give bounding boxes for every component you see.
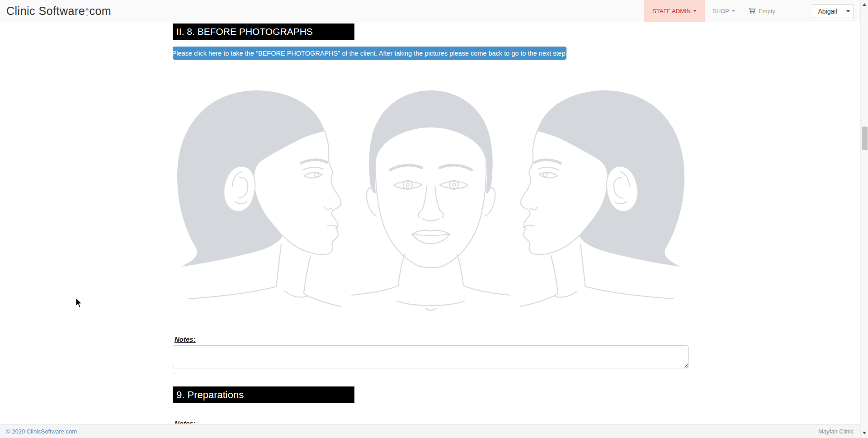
face-sketch-front [345, 77, 517, 326]
user-button-group: Abigail [813, 4, 854, 18]
staff-admin-label: STAFF ADMIN [652, 8, 691, 14]
shop-menu[interactable]: SHOP [712, 0, 735, 22]
staff-admin-menu[interactable]: STAFF ADMIN [644, 0, 705, 22]
section-title-preparations: 9. Preparations [173, 386, 354, 403]
shop-label: SHOP [712, 8, 729, 14]
scrollbar-thumb[interactable] [862, 127, 868, 150]
face-sketches [173, 77, 689, 326]
footer: © 2020 ClinicSoftware.com Mayfair Clinic [0, 424, 868, 438]
shopping-cart-icon [748, 7, 756, 14]
section-title-before-photographs: II. 8. BEFORE PHOTOGRAPHS [173, 24, 354, 40]
user-dropdown-button[interactable] [842, 4, 854, 18]
notes-textarea[interactable] [173, 345, 689, 368]
cart-status[interactable]: Empty [748, 0, 775, 22]
scroll-down-icon[interactable] [863, 432, 866, 434]
clinic-software-logo[interactable]: Clinic Software®.com [6, 0, 111, 22]
logo-dot: . [86, 12, 89, 15]
cart-status-label: Empty [759, 8, 775, 14]
logo-suffix: com [89, 5, 111, 18]
clinic-name: Mayfair Clinic [818, 424, 854, 438]
face-sketch-right-profile [517, 77, 689, 326]
mouse-cursor-icon [75, 297, 84, 308]
notes-label: Notes: [175, 335, 196, 343]
female-head-profile-right-icon [173, 77, 344, 326]
scroll-up-icon[interactable] [863, 3, 866, 6]
top-navbar: Clinic Software®.com STAFF ADMIN SHOP Em… [0, 0, 868, 22]
face-sketch-left-profile [173, 77, 345, 326]
caret-down-icon [846, 10, 850, 12]
female-head-front-icon [345, 77, 517, 326]
page: Clinic Software®.com STAFF ADMIN SHOP Em… [0, 0, 868, 438]
dash-text: - [173, 369, 175, 376]
take-before-photographs-button[interactable]: Please click here to take the "BEFORE PH… [173, 47, 566, 60]
notes-label-clipped: Notes: [175, 419, 202, 424]
copyright-link[interactable]: © 2020 ClinicSoftware.com [6, 424, 77, 438]
logo-text: Clinic Software [6, 5, 85, 18]
caret-down-icon [731, 10, 735, 12]
vertical-scrollbar[interactable] [860, 0, 868, 438]
female-head-profile-left-icon [517, 77, 689, 326]
user-button[interactable]: Abigail [813, 4, 842, 18]
caret-down-icon [693, 10, 697, 12]
